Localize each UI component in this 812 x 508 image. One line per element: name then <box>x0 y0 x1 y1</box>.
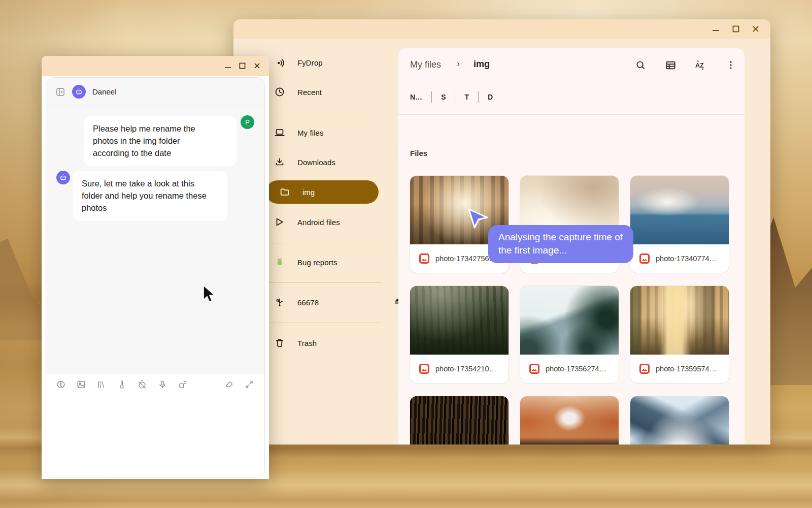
timer-off-icon[interactable] <box>137 379 148 390</box>
panel-divider <box>398 114 745 115</box>
sidebar-item-downloads[interactable]: Downloads <box>274 152 335 172</box>
nearby-share-icon <box>274 57 285 68</box>
file-thumbnail <box>520 396 619 444</box>
eraser-icon[interactable] <box>224 379 235 390</box>
breadcrumb-current: img <box>473 59 490 70</box>
chat-input-area[interactable]: stop <box>46 373 264 478</box>
collapse-panel-icon[interactable] <box>55 87 65 97</box>
maximize-icon[interactable] <box>732 25 739 33</box>
expand-icon[interactable] <box>244 379 255 390</box>
sidebar-item-my-files[interactable]: My files <box>274 122 324 143</box>
thermometer-icon[interactable] <box>116 379 127 390</box>
sidebar-item-label: 66678 <box>297 298 319 307</box>
sort-az-icon[interactable]: AZ <box>693 58 707 72</box>
sidebar-item-label: img <box>302 188 315 197</box>
minimize-icon[interactable] <box>712 25 720 33</box>
sort-column-date[interactable]: D <box>488 93 493 101</box>
file-card[interactable]: photo-17340774… <box>630 175 729 273</box>
usb-icon <box>274 297 285 308</box>
file-name: photo-17340774… <box>656 255 717 263</box>
robot-avatar <box>72 85 86 99</box>
file-thumbnail <box>410 396 509 444</box>
sidebar-divider <box>268 282 382 283</box>
file-thumbnail <box>630 176 729 244</box>
sidebar-item-android-files[interactable]: Android files <box>274 212 340 232</box>
file-thumbnail <box>630 286 729 355</box>
blocks-icon[interactable] <box>177 379 188 390</box>
sort-divider <box>478 91 479 103</box>
sidebar-item-trash[interactable]: Trash <box>274 333 317 353</box>
chat-title: Daneel <box>92 87 117 96</box>
svg-text:AZ: AZ <box>695 62 704 69</box>
screen: FyDrop Recent My files Downloads <box>0 0 812 508</box>
breadcrumb-chevron-icon: › <box>457 58 460 69</box>
sidebar-item-usb-66678[interactable]: 66678 <box>274 292 319 312</box>
sidebar-item-fydrop[interactable]: FyDrop <box>274 52 323 73</box>
maximize-icon[interactable] <box>239 62 246 70</box>
sort-divider <box>431 91 432 103</box>
sidebar-item-label: Recent <box>297 88 322 97</box>
file-thumbnail <box>630 396 729 444</box>
sidebar-divider <box>268 243 382 243</box>
sidebar-item-img-selected[interactable]: img <box>266 180 379 204</box>
files-title-bar[interactable] <box>233 19 770 39</box>
robot-avatar <box>56 171 70 184</box>
close-icon[interactable] <box>253 62 261 70</box>
play-icon <box>274 216 285 228</box>
file-name: photo-17359574… <box>656 365 717 373</box>
microphone-icon[interactable] <box>157 379 168 390</box>
sidebar-item-label: Android files <box>297 218 340 227</box>
sort-column-type[interactable]: T <box>464 93 469 101</box>
library-icon[interactable] <box>96 379 107 390</box>
sort-divider <box>455 91 455 103</box>
list-view-icon[interactable] <box>663 58 678 72</box>
user-avatar: P <box>241 115 254 129</box>
sort-column-size[interactable]: S <box>441 93 446 101</box>
file-card[interactable]: photo-17354210… <box>410 285 509 384</box>
file-card[interactable] <box>410 396 509 444</box>
brain-icon[interactable] <box>55 379 66 390</box>
breadcrumb: My files › img AZ <box>398 48 745 82</box>
more-menu-icon[interactable] <box>724 58 738 72</box>
sidebar-divider <box>268 323 382 323</box>
sidebar-item-recent[interactable]: Recent <box>274 82 322 102</box>
image-file-icon <box>639 364 650 374</box>
file-card[interactable] <box>630 396 729 444</box>
chat-header: Daneel <box>46 78 264 106</box>
file-thumbnail <box>410 286 509 355</box>
minimize-icon[interactable] <box>224 62 231 70</box>
close-icon[interactable] <box>752 25 759 33</box>
sidebar-item-label: FyDrop <box>297 58 323 67</box>
file-thumbnail <box>520 286 619 355</box>
sidebar-item-bug-reports[interactable]: Bug reports <box>274 252 337 272</box>
image-file-icon <box>419 253 429 264</box>
file-name: photo-17342756… <box>435 255 496 263</box>
sidebar-item-label: Downloads <box>297 158 335 167</box>
sidebar-item-label: Bug reports <box>297 258 337 267</box>
search-icon[interactable] <box>633 58 648 72</box>
file-card[interactable] <box>520 396 619 444</box>
trash-icon <box>274 337 285 348</box>
agent-tooltip: Analysing the capture time of the first … <box>488 225 633 263</box>
sidebar-item-label: My files <box>297 129 324 137</box>
download-icon <box>274 156 285 168</box>
file-card[interactable]: photo-17356274… <box>520 285 619 384</box>
breadcrumb-parent[interactable]: My files <box>410 59 441 70</box>
mouse-cursor-icon <box>201 284 217 306</box>
sidebar-item-label: Trash <box>297 339 317 347</box>
assistant-message-bubble: Sure, let me take a look at this folder … <box>73 171 227 221</box>
image-icon[interactable] <box>76 379 87 390</box>
laptop-icon <box>274 127 285 138</box>
chat-app-window: Daneel Please help me rename the photos … <box>42 56 269 479</box>
image-file-icon <box>419 364 429 374</box>
file-card[interactable]: photo-17359574… <box>630 285 729 384</box>
folder-icon <box>279 186 290 198</box>
image-file-icon <box>639 253 650 264</box>
user-message-text: Please help me rename the photos in the … <box>93 123 205 160</box>
clock-icon <box>274 86 285 98</box>
files-section-label: Files <box>410 149 427 157</box>
sort-column-name[interactable]: N… <box>410 93 422 101</box>
file-name: photo-17354210… <box>435 365 496 373</box>
image-file-icon <box>529 364 539 374</box>
chat-toolbar <box>46 373 264 396</box>
